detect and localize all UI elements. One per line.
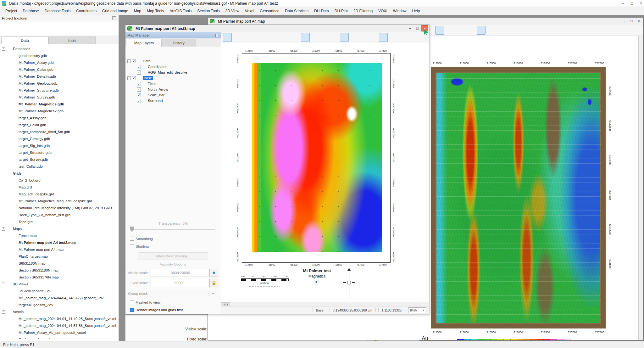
polygon-tool-icon[interactable] — [408, 33, 417, 42]
tree-row[interactable]: − Fence.map — [0, 232, 119, 239]
pan-tool-icon[interactable] — [252, 33, 261, 42]
add-layer-icon[interactable] — [127, 48, 135, 55]
tab-history[interactable]: History — [161, 39, 196, 47]
layer-checkbox[interactable] — [132, 76, 136, 80]
layer-row[interactable]: − Titles — [125, 81, 221, 87]
open-project-icon[interactable] — [3, 24, 11, 33]
shading-checkbox[interactable] — [130, 244, 134, 248]
shading-checkbox-row[interactable]: Shading — [130, 244, 149, 248]
color-legend-icon[interactable] — [477, 26, 486, 35]
database-tools-icon[interactable] — [29, 24, 38, 33]
tree-expander-icon[interactable]: − — [2, 172, 5, 175]
menu-item[interactable]: DH-Data — [311, 9, 332, 13]
tab-map-layers[interactable]: Map Layers — [127, 39, 161, 47]
tree-row[interactable]: − National Total Magnetic Intensity (TMI… — [0, 205, 119, 211]
back-vertical-scrollbar[interactable] — [638, 36, 643, 340]
tree-row[interactable]: − Grids — [0, 170, 119, 177]
run-gx-icon[interactable] — [42, 24, 51, 33]
masked-checkbox-row[interactable]: Masked to view — [130, 300, 160, 304]
layer-checkbox[interactable] — [137, 65, 141, 69]
map-manager-header[interactable]: Map Manager — [125, 32, 221, 38]
layer-row[interactable]: − Scale_Bar — [125, 92, 221, 98]
app-close-button[interactable]: × — [640, 1, 642, 6]
app-maximize-button[interactable]: □ — [631, 1, 633, 6]
layer-checkbox[interactable] — [137, 70, 141, 75]
masked-checkbox[interactable] — [130, 300, 134, 304]
tree-row[interactable]: − geochemistry.gdb — [0, 52, 119, 59]
scroll-right-arrow[interactable] — [225, 302, 230, 306]
back-window-title-bar[interactable]: Mt Palmer map port A4.map − □ × — [208, 18, 643, 25]
smoothing-checkbox[interactable] — [130, 237, 134, 241]
tree-expander-icon[interactable]: − — [2, 227, 5, 231]
tree-row[interactable]: − Mt_Palmer_Magnetics2.gdb — [0, 108, 119, 115]
tree-row[interactable]: − Mt _palmer_mag_2024-04-04_14-40-25_Sus… — [0, 315, 119, 322]
previous-view-icon[interactable] — [320, 33, 329, 42]
tab-data[interactable]: Data — [1, 36, 48, 44]
menu-item[interactable]: Voxel — [242, 9, 257, 13]
tree-row[interactable]: − target_Sig_ints.gdb — [0, 142, 119, 149]
tab-tools[interactable]: Tools — [48, 36, 96, 44]
tree-row[interactable]: − target_Collar.gdb — [0, 121, 119, 128]
interactive-shading-button[interactable]: Interactive Shading... — [138, 252, 208, 260]
tree-row[interactable]: − 3d view.geosoft_3dv — [0, 288, 119, 295]
render-checkbox[interactable] — [130, 308, 134, 312]
layer-checkbox[interactable] — [137, 93, 141, 97]
tree-row[interactable]: − S6531180N.map — [0, 260, 119, 267]
3d-view-icon[interactable] — [369, 33, 378, 42]
tree-row[interactable]: − Mt Palmer_Collar.gdb — [0, 66, 119, 73]
toolbar-overflow-icon[interactable] — [418, 33, 427, 42]
next-view-icon[interactable] — [330, 33, 339, 42]
tree-row[interactable]: − Mt_Palmer_Magnetics.gdb — [0, 101, 119, 108]
remove-layer-icon[interactable] — [137, 48, 144, 55]
transparency-slider-track[interactable] — [131, 229, 215, 230]
front-minimize-button[interactable]: − — [407, 25, 414, 31]
tree-row[interactable]: − target3D.geosoft_3dv — [0, 301, 119, 308]
tree-row[interactable]: − Mag_edit_despike.grd — [0, 191, 119, 198]
base-view-icon[interactable] — [359, 33, 368, 42]
layer-checkbox[interactable] — [137, 82, 141, 86]
back-minimize-button[interactable]: − — [621, 18, 628, 24]
plot-flight-lines-icon[interactable] — [389, 33, 397, 42]
tree-row[interactable]: − target_composite_fixed_5m.gdb — [0, 128, 119, 135]
menu-item[interactable]: Database Tools — [42, 9, 74, 13]
tree-row[interactable]: − Rock.geosoft_voxel — [0, 336, 119, 339]
tree-row[interactable]: − target_Geology.gdb — [0, 135, 119, 142]
tree-row[interactable]: − Mt Palmer_Assay.gdb — [0, 59, 119, 66]
layer-checkbox[interactable] — [132, 59, 136, 63]
tree-row[interactable]: − Voxels — [0, 308, 119, 315]
front-horizontal-scrollbar[interactable] — [221, 302, 429, 306]
visible-scale-field[interactable]: 10000:20000 — [151, 269, 208, 277]
menu-item[interactable]: Data Services — [282, 9, 311, 13]
tree-row[interactable]: − Mag.grd — [0, 184, 119, 191]
back-maximize-button[interactable]: □ — [628, 18, 635, 24]
menu-item[interactable]: Geosurface — [257, 9, 282, 13]
3d-view-icon[interactable] — [466, 26, 475, 35]
menu-item[interactable]: VOXI — [375, 9, 390, 13]
interactive-zoom-icon[interactable] — [262, 33, 271, 42]
tree-row[interactable]: − Mt_Palmer_Magnetics_Mag_edit_despike.g… — [0, 198, 119, 205]
grid-display-icon[interactable] — [398, 33, 407, 42]
fixed-scale-field[interactable]: 50000 — [151, 279, 208, 287]
app-minimize-button[interactable]: − — [622, 1, 624, 6]
layer-row[interactable]: − Data — [125, 58, 221, 64]
menu-item[interactable]: Window — [390, 9, 409, 13]
layer-expander-icon[interactable]: − — [127, 59, 131, 63]
tree-row[interactable]: − PlanC_target.map — [0, 253, 119, 260]
zoom-box-icon[interactable] — [281, 33, 290, 42]
smoothing-checkbox-row[interactable]: Smoothing — [130, 237, 153, 241]
visible-scale-eye-button[interactable] — [209, 269, 218, 277]
tree-row[interactable]: − Mt Palmer_Geology.gdb — [0, 80, 119, 87]
normal-view-icon[interactable] — [340, 33, 349, 42]
polygon-tool-icon[interactable] — [508, 26, 517, 35]
map-window-test2[interactable]: Mt Palmer map port A4 test2.map − □ × Ma… — [125, 25, 429, 314]
menu-item[interactable]: 2D Filtering — [351, 9, 375, 13]
tree-row[interactable]: − Section S6533176N.map — [0, 274, 119, 281]
no-edit-icon[interactable] — [242, 33, 251, 42]
panel-pin-icon[interactable] — [112, 16, 116, 20]
vertex-tool-icon[interactable] — [233, 33, 242, 42]
tree-expander-icon[interactable]: − — [2, 47, 5, 51]
magnetics-raster[interactable] — [252, 63, 382, 252]
tree-row[interactable]: − Maps — [0, 225, 119, 232]
tree-expander-icon[interactable]: − — [2, 283, 5, 286]
tree-row[interactable]: − Mt Palmer_Structure.gdb — [0, 87, 119, 94]
